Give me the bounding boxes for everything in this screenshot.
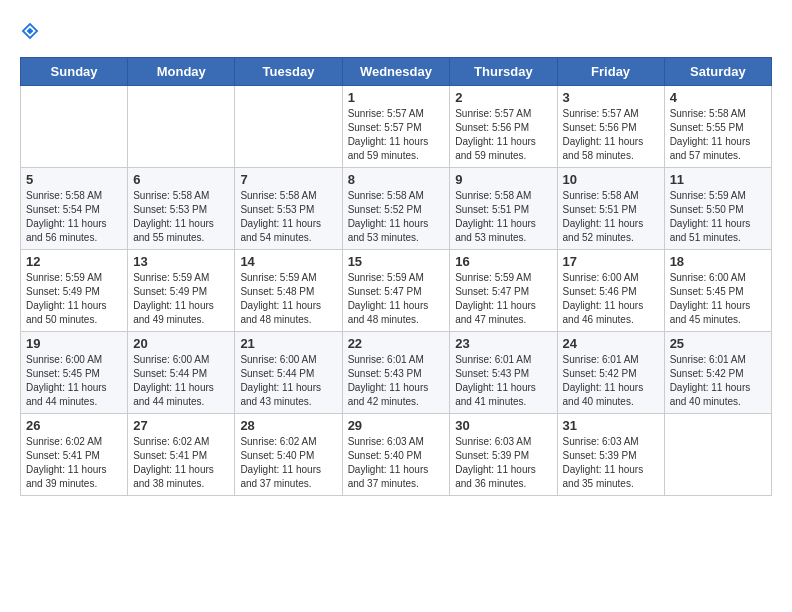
calendar-cell: 10Sunrise: 5:58 AM Sunset: 5:51 PM Dayli… bbox=[557, 168, 664, 250]
day-info: Sunrise: 5:58 AM Sunset: 5:51 PM Dayligh… bbox=[563, 189, 659, 245]
day-info: Sunrise: 5:58 AM Sunset: 5:51 PM Dayligh… bbox=[455, 189, 551, 245]
day-number: 23 bbox=[455, 336, 551, 351]
logo bbox=[20, 20, 44, 41]
day-info: Sunrise: 5:58 AM Sunset: 5:54 PM Dayligh… bbox=[26, 189, 122, 245]
day-info: Sunrise: 5:59 AM Sunset: 5:48 PM Dayligh… bbox=[240, 271, 336, 327]
calendar-week-row: 5Sunrise: 5:58 AM Sunset: 5:54 PM Daylig… bbox=[21, 168, 772, 250]
day-number: 9 bbox=[455, 172, 551, 187]
day-number: 25 bbox=[670, 336, 766, 351]
day-info: Sunrise: 5:59 AM Sunset: 5:49 PM Dayligh… bbox=[133, 271, 229, 327]
calendar-cell: 8Sunrise: 5:58 AM Sunset: 5:52 PM Daylig… bbox=[342, 168, 450, 250]
day-number: 14 bbox=[240, 254, 336, 269]
day-number: 18 bbox=[670, 254, 766, 269]
day-info: Sunrise: 5:58 AM Sunset: 5:55 PM Dayligh… bbox=[670, 107, 766, 163]
calendar-cell: 27Sunrise: 6:02 AM Sunset: 5:41 PM Dayli… bbox=[128, 414, 235, 496]
day-number: 21 bbox=[240, 336, 336, 351]
calendar-cell: 6Sunrise: 5:58 AM Sunset: 5:53 PM Daylig… bbox=[128, 168, 235, 250]
day-number: 28 bbox=[240, 418, 336, 433]
calendar-week-row: 12Sunrise: 5:59 AM Sunset: 5:49 PM Dayli… bbox=[21, 250, 772, 332]
calendar-cell bbox=[664, 414, 771, 496]
calendar-cell: 20Sunrise: 6:00 AM Sunset: 5:44 PM Dayli… bbox=[128, 332, 235, 414]
day-info: Sunrise: 6:00 AM Sunset: 5:45 PM Dayligh… bbox=[670, 271, 766, 327]
calendar-cell: 1Sunrise: 5:57 AM Sunset: 5:57 PM Daylig… bbox=[342, 86, 450, 168]
calendar-cell: 18Sunrise: 6:00 AM Sunset: 5:45 PM Dayli… bbox=[664, 250, 771, 332]
calendar-cell: 31Sunrise: 6:03 AM Sunset: 5:39 PM Dayli… bbox=[557, 414, 664, 496]
day-header-tuesday: Tuesday bbox=[235, 58, 342, 86]
calendar-cell: 21Sunrise: 6:00 AM Sunset: 5:44 PM Dayli… bbox=[235, 332, 342, 414]
calendar-cell: 28Sunrise: 6:02 AM Sunset: 5:40 PM Dayli… bbox=[235, 414, 342, 496]
calendar-cell: 3Sunrise: 5:57 AM Sunset: 5:56 PM Daylig… bbox=[557, 86, 664, 168]
day-header-saturday: Saturday bbox=[664, 58, 771, 86]
day-number: 6 bbox=[133, 172, 229, 187]
day-info: Sunrise: 6:01 AM Sunset: 5:42 PM Dayligh… bbox=[670, 353, 766, 409]
day-info: Sunrise: 5:57 AM Sunset: 5:57 PM Dayligh… bbox=[348, 107, 445, 163]
day-number: 8 bbox=[348, 172, 445, 187]
day-header-friday: Friday bbox=[557, 58, 664, 86]
day-number: 16 bbox=[455, 254, 551, 269]
day-header-wednesday: Wednesday bbox=[342, 58, 450, 86]
calendar-cell bbox=[21, 86, 128, 168]
calendar-cell: 12Sunrise: 5:59 AM Sunset: 5:49 PM Dayli… bbox=[21, 250, 128, 332]
day-info: Sunrise: 6:00 AM Sunset: 5:45 PM Dayligh… bbox=[26, 353, 122, 409]
calendar-cell bbox=[128, 86, 235, 168]
logo-icon bbox=[20, 21, 40, 41]
day-header-sunday: Sunday bbox=[21, 58, 128, 86]
day-info: Sunrise: 6:01 AM Sunset: 5:43 PM Dayligh… bbox=[348, 353, 445, 409]
day-number: 10 bbox=[563, 172, 659, 187]
day-info: Sunrise: 6:03 AM Sunset: 5:39 PM Dayligh… bbox=[455, 435, 551, 491]
day-info: Sunrise: 6:00 AM Sunset: 5:46 PM Dayligh… bbox=[563, 271, 659, 327]
day-header-monday: Monday bbox=[128, 58, 235, 86]
day-info: Sunrise: 5:59 AM Sunset: 5:47 PM Dayligh… bbox=[455, 271, 551, 327]
day-info: Sunrise: 5:59 AM Sunset: 5:49 PM Dayligh… bbox=[26, 271, 122, 327]
day-info: Sunrise: 6:03 AM Sunset: 5:40 PM Dayligh… bbox=[348, 435, 445, 491]
day-number: 22 bbox=[348, 336, 445, 351]
calendar-cell: 25Sunrise: 6:01 AM Sunset: 5:42 PM Dayli… bbox=[664, 332, 771, 414]
day-number: 15 bbox=[348, 254, 445, 269]
calendar-cell: 11Sunrise: 5:59 AM Sunset: 5:50 PM Dayli… bbox=[664, 168, 771, 250]
day-number: 24 bbox=[563, 336, 659, 351]
day-number: 3 bbox=[563, 90, 659, 105]
day-info: Sunrise: 5:57 AM Sunset: 5:56 PM Dayligh… bbox=[455, 107, 551, 163]
calendar-cell: 15Sunrise: 5:59 AM Sunset: 5:47 PM Dayli… bbox=[342, 250, 450, 332]
calendar-cell: 22Sunrise: 6:01 AM Sunset: 5:43 PM Dayli… bbox=[342, 332, 450, 414]
day-info: Sunrise: 5:58 AM Sunset: 5:53 PM Dayligh… bbox=[240, 189, 336, 245]
day-number: 12 bbox=[26, 254, 122, 269]
day-number: 27 bbox=[133, 418, 229, 433]
day-header-thursday: Thursday bbox=[450, 58, 557, 86]
day-info: Sunrise: 6:02 AM Sunset: 5:41 PM Dayligh… bbox=[133, 435, 229, 491]
day-number: 7 bbox=[240, 172, 336, 187]
calendar-week-row: 26Sunrise: 6:02 AM Sunset: 5:41 PM Dayli… bbox=[21, 414, 772, 496]
day-info: Sunrise: 5:57 AM Sunset: 5:56 PM Dayligh… bbox=[563, 107, 659, 163]
calendar-week-row: 1Sunrise: 5:57 AM Sunset: 5:57 PM Daylig… bbox=[21, 86, 772, 168]
calendar-cell: 7Sunrise: 5:58 AM Sunset: 5:53 PM Daylig… bbox=[235, 168, 342, 250]
calendar-cell: 29Sunrise: 6:03 AM Sunset: 5:40 PM Dayli… bbox=[342, 414, 450, 496]
day-info: Sunrise: 5:59 AM Sunset: 5:47 PM Dayligh… bbox=[348, 271, 445, 327]
day-info: Sunrise: 5:58 AM Sunset: 5:52 PM Dayligh… bbox=[348, 189, 445, 245]
day-info: Sunrise: 6:01 AM Sunset: 5:43 PM Dayligh… bbox=[455, 353, 551, 409]
day-info: Sunrise: 6:00 AM Sunset: 5:44 PM Dayligh… bbox=[133, 353, 229, 409]
day-number: 17 bbox=[563, 254, 659, 269]
calendar-cell: 19Sunrise: 6:00 AM Sunset: 5:45 PM Dayli… bbox=[21, 332, 128, 414]
day-number: 13 bbox=[133, 254, 229, 269]
day-info: Sunrise: 6:02 AM Sunset: 5:41 PM Dayligh… bbox=[26, 435, 122, 491]
calendar-cell bbox=[235, 86, 342, 168]
calendar-cell: 9Sunrise: 5:58 AM Sunset: 5:51 PM Daylig… bbox=[450, 168, 557, 250]
day-number: 19 bbox=[26, 336, 122, 351]
day-number: 4 bbox=[670, 90, 766, 105]
day-info: Sunrise: 6:00 AM Sunset: 5:44 PM Dayligh… bbox=[240, 353, 336, 409]
calendar-cell: 16Sunrise: 5:59 AM Sunset: 5:47 PM Dayli… bbox=[450, 250, 557, 332]
page-header bbox=[20, 20, 772, 41]
day-info: Sunrise: 5:59 AM Sunset: 5:50 PM Dayligh… bbox=[670, 189, 766, 245]
calendar-header-row: SundayMondayTuesdayWednesdayThursdayFrid… bbox=[21, 58, 772, 86]
day-number: 26 bbox=[26, 418, 122, 433]
calendar-cell: 24Sunrise: 6:01 AM Sunset: 5:42 PM Dayli… bbox=[557, 332, 664, 414]
day-number: 20 bbox=[133, 336, 229, 351]
day-number: 5 bbox=[26, 172, 122, 187]
calendar-cell: 14Sunrise: 5:59 AM Sunset: 5:48 PM Dayli… bbox=[235, 250, 342, 332]
day-info: Sunrise: 5:58 AM Sunset: 5:53 PM Dayligh… bbox=[133, 189, 229, 245]
calendar-table: SundayMondayTuesdayWednesdayThursdayFrid… bbox=[20, 57, 772, 496]
day-info: Sunrise: 6:03 AM Sunset: 5:39 PM Dayligh… bbox=[563, 435, 659, 491]
day-number: 31 bbox=[563, 418, 659, 433]
day-number: 2 bbox=[455, 90, 551, 105]
calendar-cell: 30Sunrise: 6:03 AM Sunset: 5:39 PM Dayli… bbox=[450, 414, 557, 496]
